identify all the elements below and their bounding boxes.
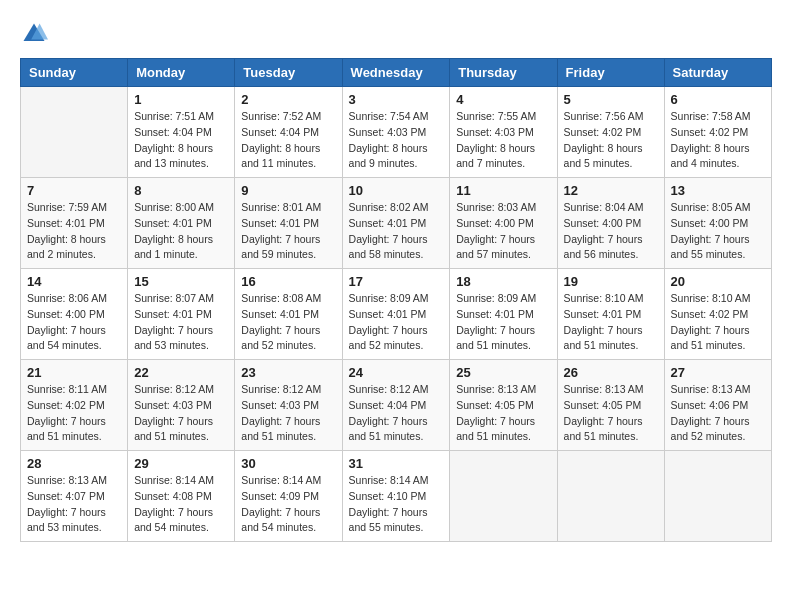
day-info: Sunrise: 8:01 AMSunset: 4:01 PMDaylight:…	[241, 200, 335, 263]
day-info: Sunrise: 8:14 AMSunset: 4:09 PMDaylight:…	[241, 473, 335, 536]
day-number: 21	[27, 365, 121, 380]
day-info: Sunrise: 8:02 AMSunset: 4:01 PMDaylight:…	[349, 200, 444, 263]
day-info: Sunrise: 8:10 AMSunset: 4:02 PMDaylight:…	[671, 291, 765, 354]
calendar-cell: 12Sunrise: 8:04 AMSunset: 4:00 PMDayligh…	[557, 178, 664, 269]
calendar-header-friday: Friday	[557, 59, 664, 87]
day-number: 20	[671, 274, 765, 289]
day-number: 15	[134, 274, 228, 289]
day-info: Sunrise: 7:59 AMSunset: 4:01 PMDaylight:…	[27, 200, 121, 263]
calendar-table: SundayMondayTuesdayWednesdayThursdayFrid…	[20, 58, 772, 542]
calendar-cell: 4Sunrise: 7:55 AMSunset: 4:03 PMDaylight…	[450, 87, 557, 178]
logo-icon	[20, 20, 48, 48]
day-number: 7	[27, 183, 121, 198]
day-number: 27	[671, 365, 765, 380]
calendar-header-row: SundayMondayTuesdayWednesdayThursdayFrid…	[21, 59, 772, 87]
day-info: Sunrise: 8:12 AMSunset: 4:03 PMDaylight:…	[134, 382, 228, 445]
day-info: Sunrise: 8:06 AMSunset: 4:00 PMDaylight:…	[27, 291, 121, 354]
calendar-cell: 26Sunrise: 8:13 AMSunset: 4:05 PMDayligh…	[557, 360, 664, 451]
day-number: 18	[456, 274, 550, 289]
day-number: 11	[456, 183, 550, 198]
calendar-cell: 16Sunrise: 8:08 AMSunset: 4:01 PMDayligh…	[235, 269, 342, 360]
day-info: Sunrise: 7:54 AMSunset: 4:03 PMDaylight:…	[349, 109, 444, 172]
day-number: 2	[241, 92, 335, 107]
calendar-cell: 17Sunrise: 8:09 AMSunset: 4:01 PMDayligh…	[342, 269, 450, 360]
calendar-header-sunday: Sunday	[21, 59, 128, 87]
day-number: 23	[241, 365, 335, 380]
day-info: Sunrise: 7:52 AMSunset: 4:04 PMDaylight:…	[241, 109, 335, 172]
calendar-cell: 31Sunrise: 8:14 AMSunset: 4:10 PMDayligh…	[342, 451, 450, 542]
day-number: 19	[564, 274, 658, 289]
day-number: 1	[134, 92, 228, 107]
day-number: 9	[241, 183, 335, 198]
day-number: 3	[349, 92, 444, 107]
calendar-cell	[21, 87, 128, 178]
calendar-cell: 21Sunrise: 8:11 AMSunset: 4:02 PMDayligh…	[21, 360, 128, 451]
day-number: 6	[671, 92, 765, 107]
calendar-cell: 27Sunrise: 8:13 AMSunset: 4:06 PMDayligh…	[664, 360, 771, 451]
calendar-cell: 5Sunrise: 7:56 AMSunset: 4:02 PMDaylight…	[557, 87, 664, 178]
day-info: Sunrise: 7:58 AMSunset: 4:02 PMDaylight:…	[671, 109, 765, 172]
day-info: Sunrise: 8:08 AMSunset: 4:01 PMDaylight:…	[241, 291, 335, 354]
calendar-cell: 20Sunrise: 8:10 AMSunset: 4:02 PMDayligh…	[664, 269, 771, 360]
calendar-cell: 25Sunrise: 8:13 AMSunset: 4:05 PMDayligh…	[450, 360, 557, 451]
day-number: 16	[241, 274, 335, 289]
day-number: 25	[456, 365, 550, 380]
calendar-cell: 22Sunrise: 8:12 AMSunset: 4:03 PMDayligh…	[128, 360, 235, 451]
day-number: 17	[349, 274, 444, 289]
day-info: Sunrise: 8:03 AMSunset: 4:00 PMDaylight:…	[456, 200, 550, 263]
calendar-cell: 8Sunrise: 8:00 AMSunset: 4:01 PMDaylight…	[128, 178, 235, 269]
day-info: Sunrise: 8:13 AMSunset: 4:06 PMDaylight:…	[671, 382, 765, 445]
day-number: 13	[671, 183, 765, 198]
calendar-cell: 9Sunrise: 8:01 AMSunset: 4:01 PMDaylight…	[235, 178, 342, 269]
calendar-cell: 11Sunrise: 8:03 AMSunset: 4:00 PMDayligh…	[450, 178, 557, 269]
day-info: Sunrise: 8:10 AMSunset: 4:01 PMDaylight:…	[564, 291, 658, 354]
calendar-cell: 28Sunrise: 8:13 AMSunset: 4:07 PMDayligh…	[21, 451, 128, 542]
calendar-cell: 3Sunrise: 7:54 AMSunset: 4:03 PMDaylight…	[342, 87, 450, 178]
calendar-cell: 18Sunrise: 8:09 AMSunset: 4:01 PMDayligh…	[450, 269, 557, 360]
calendar-week-row: 14Sunrise: 8:06 AMSunset: 4:00 PMDayligh…	[21, 269, 772, 360]
day-info: Sunrise: 8:00 AMSunset: 4:01 PMDaylight:…	[134, 200, 228, 263]
calendar-cell	[664, 451, 771, 542]
calendar-cell: 2Sunrise: 7:52 AMSunset: 4:04 PMDaylight…	[235, 87, 342, 178]
day-number: 4	[456, 92, 550, 107]
day-number: 10	[349, 183, 444, 198]
calendar-header-wednesday: Wednesday	[342, 59, 450, 87]
calendar-header-thursday: Thursday	[450, 59, 557, 87]
calendar-cell: 30Sunrise: 8:14 AMSunset: 4:09 PMDayligh…	[235, 451, 342, 542]
calendar-cell	[450, 451, 557, 542]
calendar-week-row: 1Sunrise: 7:51 AMSunset: 4:04 PMDaylight…	[21, 87, 772, 178]
calendar-cell	[557, 451, 664, 542]
day-number: 30	[241, 456, 335, 471]
day-number: 28	[27, 456, 121, 471]
calendar-cell: 24Sunrise: 8:12 AMSunset: 4:04 PMDayligh…	[342, 360, 450, 451]
day-info: Sunrise: 8:12 AMSunset: 4:03 PMDaylight:…	[241, 382, 335, 445]
day-info: Sunrise: 8:05 AMSunset: 4:00 PMDaylight:…	[671, 200, 765, 263]
day-number: 26	[564, 365, 658, 380]
calendar-cell: 14Sunrise: 8:06 AMSunset: 4:00 PMDayligh…	[21, 269, 128, 360]
calendar-header-monday: Monday	[128, 59, 235, 87]
day-info: Sunrise: 7:56 AMSunset: 4:02 PMDaylight:…	[564, 109, 658, 172]
day-info: Sunrise: 7:55 AMSunset: 4:03 PMDaylight:…	[456, 109, 550, 172]
day-info: Sunrise: 8:04 AMSunset: 4:00 PMDaylight:…	[564, 200, 658, 263]
day-info: Sunrise: 8:13 AMSunset: 4:07 PMDaylight:…	[27, 473, 121, 536]
day-info: Sunrise: 8:07 AMSunset: 4:01 PMDaylight:…	[134, 291, 228, 354]
calendar-week-row: 21Sunrise: 8:11 AMSunset: 4:02 PMDayligh…	[21, 360, 772, 451]
calendar-cell: 7Sunrise: 7:59 AMSunset: 4:01 PMDaylight…	[21, 178, 128, 269]
day-number: 14	[27, 274, 121, 289]
day-info: Sunrise: 8:09 AMSunset: 4:01 PMDaylight:…	[349, 291, 444, 354]
day-info: Sunrise: 8:14 AMSunset: 4:08 PMDaylight:…	[134, 473, 228, 536]
calendar-cell: 1Sunrise: 7:51 AMSunset: 4:04 PMDaylight…	[128, 87, 235, 178]
calendar-header-tuesday: Tuesday	[235, 59, 342, 87]
day-number: 5	[564, 92, 658, 107]
calendar-cell: 6Sunrise: 7:58 AMSunset: 4:02 PMDaylight…	[664, 87, 771, 178]
calendar-cell: 19Sunrise: 8:10 AMSunset: 4:01 PMDayligh…	[557, 269, 664, 360]
day-info: Sunrise: 8:14 AMSunset: 4:10 PMDaylight:…	[349, 473, 444, 536]
day-info: Sunrise: 8:09 AMSunset: 4:01 PMDaylight:…	[456, 291, 550, 354]
day-info: Sunrise: 8:13 AMSunset: 4:05 PMDaylight:…	[456, 382, 550, 445]
day-number: 24	[349, 365, 444, 380]
calendar-week-row: 28Sunrise: 8:13 AMSunset: 4:07 PMDayligh…	[21, 451, 772, 542]
day-number: 8	[134, 183, 228, 198]
calendar-week-row: 7Sunrise: 7:59 AMSunset: 4:01 PMDaylight…	[21, 178, 772, 269]
calendar-header-saturday: Saturday	[664, 59, 771, 87]
calendar-cell: 29Sunrise: 8:14 AMSunset: 4:08 PMDayligh…	[128, 451, 235, 542]
